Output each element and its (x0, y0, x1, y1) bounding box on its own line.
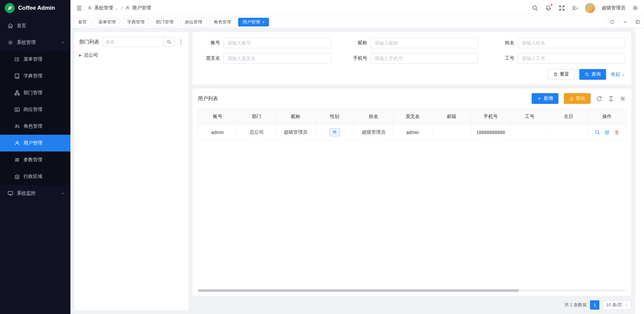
chevron-down-icon[interactable] (619, 16, 631, 28)
field-label: 手机号 (346, 55, 367, 61)
cell-nickname: 超级管理员 (276, 124, 315, 140)
tab-home[interactable]: 首页 (74, 18, 91, 26)
tab-dict-mgmt[interactable]: 字典管理 (123, 18, 149, 26)
column-header: 账号 (198, 109, 237, 124)
layout-icon[interactable] (631, 16, 644, 28)
row-operations (588, 130, 626, 135)
nickname-input[interactable] (371, 38, 478, 48)
cell-department: 总公司 (237, 124, 276, 140)
chevron-up-icon (61, 41, 65, 45)
refresh-icon[interactable] (606, 16, 619, 28)
cell-account: admin (198, 124, 237, 140)
search-icon (585, 72, 589, 77)
field-label: 工号 (493, 55, 514, 61)
sidebar-item-post-mgmt[interactable]: 岗位管理 (0, 101, 70, 118)
english-name-input[interactable] (223, 53, 331, 64)
sidebar-item-menu-mgmt[interactable]: 菜单管理 (0, 51, 70, 68)
phone-input[interactable] (371, 53, 478, 64)
page-size-value: 10 条/页 (606, 302, 622, 308)
column-header: 姓名 (354, 109, 393, 124)
sidebar-item-home[interactable]: 首页 (0, 17, 70, 34)
export-button-label: 导出 (576, 96, 585, 102)
coffee-leaf-icon (5, 3, 15, 13)
table-empty-space (198, 140, 626, 287)
bell-icon[interactable] (545, 5, 552, 11)
org-tree-icon (14, 90, 20, 96)
chevron-down-icon (115, 6, 118, 10)
breadcrumb: 系统管理 / 用户管理 (87, 5, 151, 11)
topbar-actions: 文A 超级管理员 (532, 3, 639, 13)
view-icon[interactable] (595, 130, 600, 135)
avatar[interactable] (585, 3, 595, 13)
user-table: 账号 部门 昵称 性别 姓名 英文名 邮箱 手机号 工号 生日 (198, 109, 626, 140)
user-list-card: 用户列表 新增 导出 (193, 88, 631, 296)
content-area: 部门列表 ⋮ ▶ 总公司 (70, 28, 635, 314)
form-item-name: 姓名 (493, 38, 625, 48)
pagination: 共 1 条数据 1 10 条/页 (193, 300, 631, 310)
sidebar-item-user-mgmt[interactable]: 用户管理 (0, 135, 70, 151)
tab-dept-mgmt[interactable]: 部门管理 (152, 18, 178, 26)
query-button[interactable]: 查询 (579, 69, 606, 80)
sidebar-item-dict-mgmt[interactable]: 字典管理 (0, 68, 70, 84)
reset-button[interactable]: 重置 (548, 69, 575, 80)
current-user-name[interactable]: 超级管理员 (602, 5, 625, 11)
fullscreen-icon[interactable] (558, 5, 565, 11)
tab-close-icon[interactable]: × (262, 20, 265, 24)
caret-right-icon[interactable]: ▶ (79, 54, 82, 57)
table-row[interactable]: admin 总公司 超级管理员 男 超级管理员 admin 1888888888… (198, 124, 626, 140)
sidebar-item-dept-mgmt[interactable]: 部门管理 (0, 84, 70, 101)
density-icon[interactable] (608, 96, 614, 102)
monitor-icon (7, 190, 13, 196)
add-user-button[interactable]: 新增 (532, 93, 558, 104)
gear-icon (7, 40, 13, 46)
account-input[interactable] (223, 38, 331, 48)
delete-icon[interactable] (614, 130, 620, 135)
work-id-input[interactable] (518, 53, 625, 64)
department-search-input[interactable] (103, 37, 163, 47)
export-button[interactable]: 导出 (564, 93, 591, 104)
column-header: 部门 (237, 109, 276, 124)
collapse-button[interactable]: 收起 (611, 71, 625, 77)
sidebar-item-param-mgmt[interactable]: 参数管理 (0, 151, 70, 168)
tree-node-head-office[interactable]: ▶ 总公司 (79, 52, 184, 58)
tab-user-mgmt[interactable]: 用户管理 × (238, 18, 269, 26)
tab-role-mgmt[interactable]: 角色管理 (209, 18, 235, 26)
cell-gender: 男 (315, 124, 354, 140)
edit-icon[interactable] (604, 130, 610, 135)
sidebar-item-role-mgmt[interactable]: 角色管理 (0, 118, 70, 135)
cell-email (432, 124, 471, 140)
app-root: Coffee Admin 首页 系统管理 菜单管理 字典管理 (0, 0, 644, 314)
tab-post-mgmt[interactable]: 岗位管理 (180, 18, 207, 26)
sidebar-menu: 首页 系统管理 菜单管理 字典管理 部门管理 (0, 16, 70, 314)
reset-button-label: 重置 (560, 71, 569, 77)
tab-menu-mgmt[interactable]: 菜单管理 (94, 18, 120, 26)
sidebar-item-system-mgmt[interactable]: 系统管理 (0, 34, 70, 51)
page-number-button[interactable]: 1 (590, 300, 599, 310)
name-input[interactable] (518, 38, 625, 48)
table-header-row: 账号 部门 昵称 性别 姓名 英文名 邮箱 手机号 工号 生日 (198, 109, 626, 124)
sidebar-item-system-monitor[interactable]: 系统监控 (0, 185, 70, 202)
search-icon[interactable] (532, 5, 538, 11)
column-settings-gear-icon[interactable] (620, 96, 626, 102)
menu-fold-icon[interactable] (76, 5, 83, 11)
column-header: 操作 (588, 109, 626, 124)
sidebar-item-label: 部门管理 (23, 90, 42, 96)
scrollbar-thumb[interactable] (198, 289, 519, 292)
plus-icon (537, 96, 542, 101)
department-search-group (103, 37, 175, 47)
sidebar-item-admin-region[interactable]: 行政区域 (0, 168, 70, 185)
right-rail (635, 28, 644, 314)
refresh-icon[interactable] (596, 96, 602, 102)
cell-english-name: admin (393, 124, 432, 140)
more-options-icon[interactable]: ⋮ (178, 39, 184, 45)
user-icon (14, 140, 20, 146)
search-icon[interactable] (163, 37, 175, 47)
settings-gear-icon[interactable] (632, 5, 639, 11)
breadcrumb-item[interactable]: 系统管理 (94, 5, 113, 11)
breadcrumb-item[interactable]: 用户管理 (132, 5, 151, 11)
horizontal-scrollbar (198, 289, 626, 292)
column-header: 英文名 (393, 109, 432, 124)
page-size-select[interactable]: 10 条/页 (603, 300, 631, 310)
download-icon (569, 96, 574, 101)
translate-icon[interactable]: 文A (572, 6, 578, 10)
